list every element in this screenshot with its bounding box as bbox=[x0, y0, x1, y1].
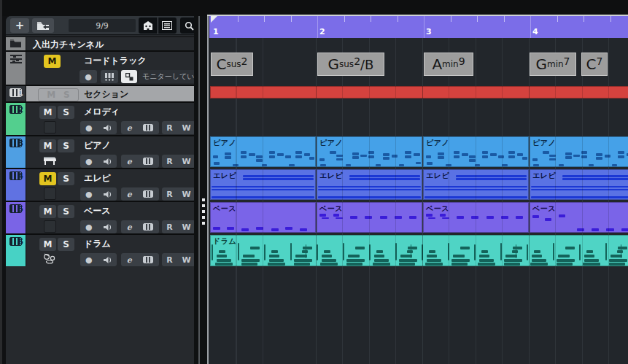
midi-event-elepi[interactable]: エレピ bbox=[317, 169, 422, 200]
midi-event-bass[interactable]: ベース bbox=[210, 202, 316, 233]
edit-channel-button[interactable]: e bbox=[127, 123, 132, 133]
midi-note bbox=[241, 155, 247, 158]
record-enable-button[interactable]: ● bbox=[85, 255, 93, 265]
chord-monitor-dropdown[interactable]: モニターしてい bbox=[139, 70, 194, 83]
midi-note bbox=[426, 214, 433, 217]
open-instrument-button[interactable] bbox=[143, 190, 153, 198]
midi-event-elepi[interactable]: エレピ bbox=[423, 169, 529, 200]
section-event[interactable] bbox=[210, 86, 628, 98]
midi-event-piano[interactable]: ピアノ bbox=[423, 136, 529, 167]
ruler-bar-number[interactable]: 1 bbox=[213, 27, 219, 36]
chord-instrument-button[interactable] bbox=[101, 70, 118, 83]
mute-button[interactable]: M bbox=[39, 172, 56, 185]
midi-note bbox=[531, 189, 628, 191]
track-filter-list-button[interactable] bbox=[158, 18, 177, 34]
timeline-ruler[interactable]: 1234 bbox=[209, 16, 628, 38]
open-instrument-button[interactable] bbox=[143, 223, 153, 231]
chord-event[interactable]: C7 bbox=[581, 53, 608, 76]
chord-record-button[interactable]: ● bbox=[80, 70, 97, 83]
mute-button[interactable]: M bbox=[39, 205, 56, 218]
event-display[interactable]: 1234 ピアノピアノピアノピアノエレピエレピエレピエレピベースベースベースベー… bbox=[209, 16, 628, 364]
read-automation-button[interactable]: R bbox=[166, 157, 172, 166]
edit-channel-button[interactable]: e bbox=[127, 255, 132, 265]
record-enable-button[interactable]: ● bbox=[85, 157, 93, 166]
search-icon bbox=[185, 21, 194, 31]
midi-note bbox=[250, 247, 260, 249]
open-instrument-button[interactable] bbox=[143, 124, 153, 131]
midi-event-bass[interactable]: ベース bbox=[530, 202, 628, 233]
solo-button[interactable]: S bbox=[58, 238, 74, 251]
splitter-handle[interactable] bbox=[202, 198, 205, 225]
solo-button[interactable]: S bbox=[58, 205, 74, 218]
io-channels-row[interactable]: 入出力チャンネル bbox=[6, 36, 194, 51]
mute-button[interactable]: M bbox=[39, 238, 56, 251]
record-enable-button[interactable]: ● bbox=[85, 123, 93, 133]
track-row-piano[interactable]: 3 M S ピアノ ● bbox=[6, 136, 194, 169]
record-enable-button[interactable]: ● bbox=[85, 222, 93, 232]
open-instrument-button[interactable] bbox=[143, 158, 153, 165]
edit-channel-button[interactable]: e bbox=[127, 157, 132, 166]
track-row-melody[interactable]: 2 M S メロディ ● e R W bbox=[6, 102, 194, 136]
read-automation-button[interactable]: R bbox=[166, 222, 172, 232]
track-row-elepi[interactable]: 4 M S エレピ ● e R W bbox=[6, 169, 194, 201]
chord-event[interactable]: Gmin7 bbox=[530, 53, 576, 76]
read-automation-button[interactable]: R bbox=[166, 123, 172, 133]
write-automation-button[interactable]: W bbox=[182, 190, 191, 199]
ruler-bar-number[interactable]: 4 bbox=[532, 27, 538, 36]
chord-event[interactable]: Gsus2/B bbox=[317, 53, 384, 76]
midi-note bbox=[249, 153, 255, 156]
track-row-bass[interactable]: 5 M S ベース ● e R W bbox=[6, 201, 194, 234]
midi-event-bass[interactable]: ベース bbox=[317, 202, 422, 233]
track-row-section[interactable]: 1 M S セクション bbox=[6, 85, 194, 102]
edit-instrument-group: e bbox=[121, 220, 159, 233]
midi-event-piano[interactable]: ピアノ bbox=[210, 136, 316, 167]
write-automation-button[interactable]: W bbox=[182, 157, 191, 166]
midi-event-elepi[interactable]: エレピ bbox=[210, 169, 316, 200]
write-automation-button[interactable]: W bbox=[182, 222, 191, 232]
midi-note bbox=[425, 189, 527, 191]
chord-track-row[interactable]: M コードトラック ● モニターしてい bbox=[6, 51, 194, 85]
chord-monitored-track-button[interactable] bbox=[121, 70, 137, 83]
edit-channel-button[interactable]: e bbox=[127, 222, 132, 232]
add-track-button[interactable]: + bbox=[10, 18, 29, 33]
monitor-button[interactable] bbox=[103, 223, 112, 231]
midi-note bbox=[498, 155, 505, 158]
edit-channel-button[interactable]: e bbox=[127, 190, 132, 199]
midi-event-drums[interactable]: ドラム bbox=[210, 235, 628, 266]
instrument-slot[interactable] bbox=[44, 220, 56, 233]
midi-note bbox=[618, 247, 627, 249]
track-visibility-agent-button[interactable] bbox=[139, 18, 158, 34]
read-automation-button[interactable]: R bbox=[166, 190, 172, 199]
track-row-drums[interactable]: 6 M S ドラム ● bbox=[6, 234, 194, 267]
write-automation-button[interactable]: W bbox=[182, 123, 191, 133]
monitor-button[interactable] bbox=[103, 158, 112, 166]
ruler-bar-number[interactable]: 3 bbox=[426, 27, 432, 36]
mute-button[interactable]: M bbox=[39, 106, 56, 119]
instrument-slot[interactable] bbox=[44, 187, 56, 200]
midi-note bbox=[501, 216, 508, 220]
midi-event-elepi[interactable]: エレピ bbox=[530, 169, 628, 200]
record-enable-button[interactable]: ● bbox=[85, 190, 93, 199]
instrument-slot[interactable] bbox=[44, 121, 56, 133]
midi-note bbox=[516, 216, 523, 220]
write-automation-button[interactable]: W bbox=[182, 255, 191, 265]
home-icon bbox=[143, 21, 153, 31]
midi-note bbox=[285, 155, 292, 158]
monitor-button[interactable] bbox=[103, 256, 112, 264]
chord-event[interactable]: Csus2 bbox=[211, 53, 253, 76]
ruler-bar-number[interactable]: 2 bbox=[319, 27, 325, 36]
chord-event[interactable]: Amin9 bbox=[424, 53, 473, 76]
midi-event-piano[interactable]: ピアノ bbox=[530, 136, 628, 167]
monitor-button[interactable] bbox=[103, 190, 112, 198]
mute-button[interactable]: M bbox=[39, 139, 56, 152]
solo-button[interactable]: S bbox=[58, 106, 74, 119]
track-visibility-button[interactable] bbox=[32, 18, 54, 33]
open-instrument-button[interactable] bbox=[143, 256, 153, 263]
midi-event-piano[interactable]: ピアノ bbox=[317, 136, 422, 167]
solo-button[interactable]: S bbox=[58, 139, 74, 152]
read-automation-button[interactable]: R bbox=[166, 255, 172, 265]
solo-button[interactable]: S bbox=[58, 172, 74, 185]
monitor-button[interactable] bbox=[103, 124, 112, 132]
chord-mute-button[interactable]: M bbox=[44, 55, 61, 68]
midi-event-bass[interactable]: ベース bbox=[423, 202, 529, 233]
